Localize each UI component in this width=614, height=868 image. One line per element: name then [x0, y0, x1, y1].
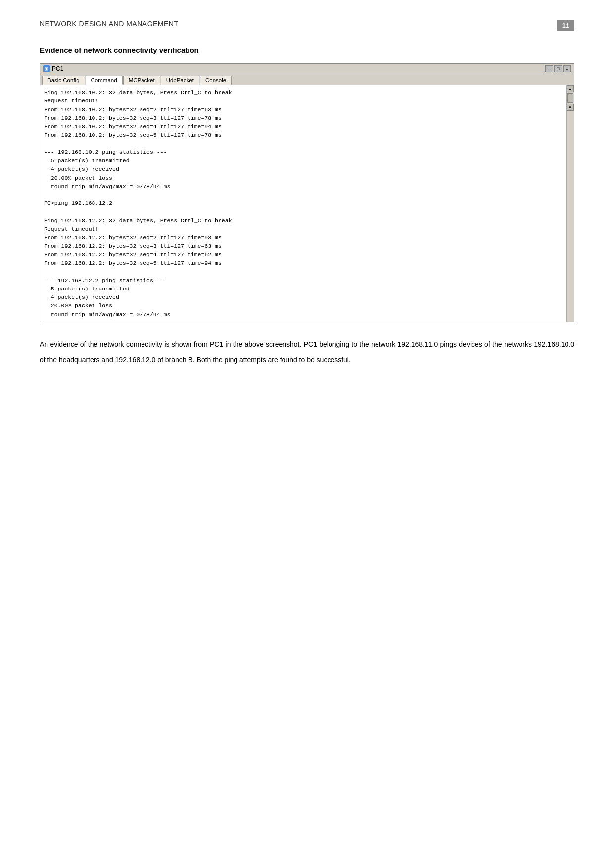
- console-wrapper: Ping 192.168.10.2: 32 data bytes, Press …: [40, 85, 574, 322]
- page-title: NETWORK DESIGN AND MANAGEMENT: [40, 20, 179, 28]
- section-heading: Evidence of network connectivity verific…: [40, 46, 574, 54]
- restore-button[interactable]: □: [554, 65, 562, 72]
- minimize-button[interactable]: _: [545, 65, 553, 72]
- scrollbar-thumb[interactable]: [567, 93, 573, 103]
- console-output[interactable]: Ping 192.168.10.2: 32 data bytes, Press …: [40, 85, 566, 322]
- tab-basic-config[interactable]: Basic Config: [42, 76, 85, 85]
- window-icon: ▣: [43, 65, 50, 72]
- scroll-up-button[interactable]: ▲: [567, 85, 574, 92]
- tab-command[interactable]: Command: [86, 76, 123, 85]
- page-number: 11: [557, 20, 574, 31]
- tab-console[interactable]: Console: [200, 76, 232, 85]
- tab-bar: Basic Config Command MCPacket UdpPacket …: [40, 74, 574, 85]
- scrollbar[interactable]: ▲ ▼: [566, 85, 574, 322]
- close-button[interactable]: ×: [563, 65, 571, 72]
- tab-udppacket[interactable]: UdpPacket: [161, 76, 199, 85]
- page-header: NETWORK DESIGN AND MANAGEMENT 11: [40, 20, 574, 31]
- titlebar-left: ▣ PC1: [43, 65, 63, 72]
- window-title: PC1: [52, 65, 63, 72]
- packet-tracer-window: ▣ PC1 _ □ × Basic Config Command MCPacke…: [40, 63, 574, 322]
- window-titlebar: ▣ PC1 _ □ ×: [40, 64, 574, 74]
- tab-mcpacket[interactable]: MCPacket: [123, 76, 160, 85]
- scroll-down-button[interactable]: ▼: [567, 104, 574, 111]
- body-text: An evidence of the network connectivity …: [40, 337, 574, 368]
- titlebar-buttons: _ □ ×: [545, 65, 571, 72]
